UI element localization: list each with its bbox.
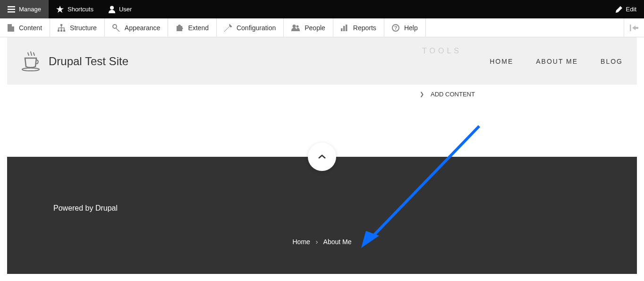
- add-content-link[interactable]: ❯ ADD CONTENT: [420, 91, 637, 98]
- admin-menu-extend[interactable]: Extend: [168, 18, 217, 37]
- svg-point-19: [22, 68, 39, 71]
- configuration-label: Configuration: [237, 24, 276, 32]
- reports-icon: [341, 25, 348, 31]
- admin-menu-configuration[interactable]: Configuration: [217, 18, 284, 37]
- collapse-icon: [630, 25, 638, 31]
- help-icon: ?: [392, 24, 399, 32]
- chevron-up-icon: [318, 154, 326, 159]
- svg-rect-6: [58, 30, 59, 32]
- appearance-label: Appearance: [125, 24, 161, 32]
- svg-rect-8: [63, 30, 65, 32]
- breadcrumb-separator: ›: [316, 238, 318, 246]
- shortcuts-label: Shortcuts: [68, 6, 93, 13]
- content-area: TOOLS ❯ ADD CONTENT: [7, 85, 637, 157]
- svg-point-4: [110, 6, 114, 9]
- tools-heading: TOOLS: [422, 47, 637, 55]
- admin-menu-people[interactable]: People: [284, 18, 333, 37]
- admin-menu-appearance[interactable]: Appearance: [105, 18, 169, 37]
- admin-menu-reports[interactable]: Reports: [333, 18, 384, 37]
- content-label: Content: [19, 24, 42, 32]
- user-icon: [109, 6, 115, 13]
- scroll-to-top-button[interactable]: [308, 143, 336, 171]
- svg-rect-17: [630, 25, 631, 31]
- manage-button[interactable]: Manage: [0, 0, 49, 18]
- appearance-icon: [112, 24, 120, 32]
- help-label: Help: [404, 24, 418, 32]
- admin-menu-structure[interactable]: Structure: [50, 18, 105, 37]
- shortcuts-button[interactable]: Shortcuts: [49, 0, 101, 18]
- svg-marker-3: [56, 6, 64, 13]
- edit-label: Edit: [626, 6, 636, 13]
- content-icon: [8, 24, 14, 32]
- structure-icon: [58, 24, 65, 32]
- people-label: People: [305, 24, 325, 32]
- people-icon: [291, 25, 300, 31]
- svg-rect-7: [60, 30, 62, 32]
- chevron-right-icon: ❯: [420, 91, 424, 97]
- tools-sidebar: TOOLS ❯ ADD CONTENT: [420, 47, 637, 98]
- svg-rect-14: [346, 25, 347, 31]
- svg-marker-18: [632, 26, 638, 30]
- edit-button[interactable]: Edit: [608, 6, 644, 13]
- svg-point-11: [297, 25, 299, 27]
- admin-toolbar: Manage Shortcuts User Edit: [0, 0, 644, 18]
- pencil-icon: [616, 6, 622, 13]
- breadcrumb: Home › About Me: [7, 238, 637, 246]
- svg-rect-13: [343, 26, 345, 31]
- extend-label: Extend: [188, 24, 209, 32]
- coffee-cup-icon: [21, 51, 40, 71]
- user-label: User: [119, 6, 132, 13]
- reports-label: Reports: [353, 24, 376, 32]
- svg-rect-12: [341, 28, 343, 31]
- site-title: Drupal Test Site: [49, 55, 128, 68]
- svg-point-9: [113, 25, 117, 28]
- star-icon: [56, 6, 64, 13]
- user-button[interactable]: User: [101, 0, 139, 18]
- svg-point-10: [293, 25, 296, 28]
- svg-rect-0: [8, 6, 15, 8]
- breadcrumb-current[interactable]: About Me: [323, 238, 352, 246]
- extend-icon: [176, 25, 183, 31]
- structure-label: Structure: [70, 24, 97, 32]
- svg-text:?: ?: [394, 25, 398, 31]
- admin-menu-content[interactable]: Content: [0, 18, 50, 37]
- hamburger-icon: [8, 6, 15, 13]
- configuration-icon: [224, 24, 232, 32]
- add-content-label: ADD CONTENT: [431, 91, 475, 98]
- manage-label: Manage: [19, 6, 41, 13]
- breadcrumb-home[interactable]: Home: [293, 238, 310, 246]
- collapse-menu-button[interactable]: [624, 18, 644, 37]
- admin-menu-help[interactable]: ? Help: [384, 18, 426, 37]
- svg-rect-1: [8, 9, 15, 10]
- svg-rect-5: [60, 24, 62, 26]
- svg-rect-2: [8, 11, 15, 13]
- admin-menu: Content Structure Appearance Extend Conf…: [0, 18, 644, 37]
- footer: Powered by Drupal Home › About Me: [7, 157, 637, 274]
- site-logo[interactable]: Drupal Test Site: [21, 51, 128, 71]
- powered-by-text: Powered by Drupal: [53, 204, 637, 213]
